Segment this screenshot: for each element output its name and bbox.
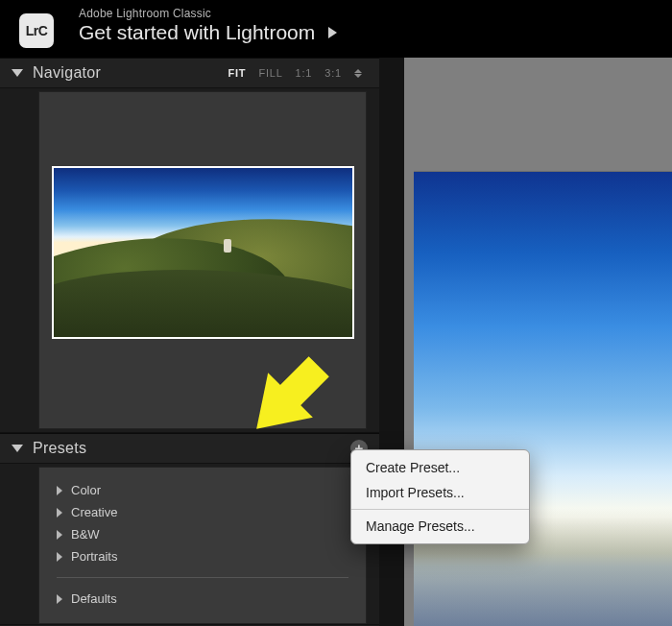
chevron-right-icon	[57, 594, 62, 604]
navigator-preview[interactable]	[52, 166, 354, 339]
zoom-1to1[interactable]: 1:1	[296, 67, 313, 79]
presets-panel-header[interactable]: Presets +	[0, 433, 379, 464]
preset-group-portraits[interactable]: Portraits	[57, 545, 348, 567]
headline-label: Get started with Lightroom	[79, 21, 315, 44]
preset-group-label: Portraits	[71, 549, 117, 564]
menu-separator	[351, 509, 529, 510]
preset-group-color[interactable]: Color	[57, 479, 348, 501]
navigator-body	[38, 91, 367, 429]
preset-group-defaults[interactable]: Defaults	[57, 588, 348, 610]
app-icon-label: LrC	[26, 23, 48, 38]
preset-group-label: Creative	[71, 505, 117, 519]
main-image-preview[interactable]	[414, 171, 672, 626]
zoom-fit[interactable]: FIT	[228, 67, 246, 79]
navigator-title: Navigator	[33, 64, 101, 82]
app-header: LrC Adobe Lightroom Classic Get started …	[0, 0, 672, 58]
chevron-right-icon	[57, 486, 62, 495]
preset-group-label: Defaults	[71, 591, 117, 606]
main-area: Navigator FIT FILL 1:1 3:1	[0, 58, 672, 626]
chevron-up-icon	[354, 69, 362, 73]
chevron-down-icon	[354, 74, 362, 78]
chevron-right-icon	[57, 530, 62, 540]
preset-group-bw[interactable]: B&W	[57, 523, 348, 545]
chevron-right-icon	[57, 552, 62, 562]
header-text-block: Adobe Lightroom Classic Get started with…	[79, 7, 337, 44]
app-icon: LrC	[19, 13, 54, 48]
disclosure-down-icon	[12, 69, 23, 77]
presets-panel: Presets + Color Creative B&W	[0, 433, 379, 625]
presets-title: Presets	[33, 440, 86, 457]
navigator-zoom-modes: FIT FILL 1:1 3:1	[228, 59, 362, 87]
disclosure-down-icon	[12, 445, 23, 452]
zoom-fill[interactable]: FILL	[258, 67, 282, 79]
headline-row[interactable]: Get started with Lightroom	[79, 21, 337, 44]
zoom-custom[interactable]: 3:1	[324, 67, 342, 79]
app-name-label: Adobe Lightroom Classic	[79, 7, 337, 20]
navigator-panel: Navigator FIT FILL 1:1 3:1	[0, 58, 379, 433]
divider	[57, 577, 348, 578]
left-panel-column: Navigator FIT FILL 1:1 3:1	[0, 58, 379, 626]
navigator-panel-header[interactable]: Navigator FIT FILL 1:1 3:1	[0, 58, 379, 88]
chevron-right-icon	[57, 508, 62, 518]
zoom-stepper[interactable]	[354, 69, 362, 78]
preset-group-label: Color	[71, 483, 101, 497]
preset-group-creative[interactable]: Creative	[57, 501, 348, 523]
menu-item-create-preset[interactable]: Create Preset...	[351, 455, 529, 480]
preset-group-label: B&W	[71, 527, 100, 542]
preset-context-menu: Create Preset... Import Presets... Manag…	[350, 449, 530, 544]
presets-body: Color Creative B&W Portraits Defaul	[38, 467, 367, 624]
menu-item-import-presets[interactable]: Import Presets...	[351, 480, 529, 505]
play-icon	[328, 27, 337, 38]
menu-item-manage-presets[interactable]: Manage Presets...	[351, 514, 529, 539]
